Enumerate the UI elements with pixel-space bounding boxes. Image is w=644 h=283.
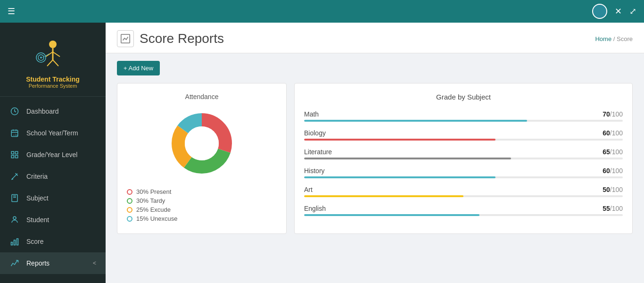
- legend-label-unexcuse: 15% Unexcuse: [136, 215, 177, 222]
- breadcrumb-home[interactable]: Home: [595, 35, 611, 42]
- sidebar-item-school-year[interactable]: +1y School Year/Term: [0, 122, 106, 144]
- grid-icon: [9, 150, 20, 160]
- reports-icon: [9, 258, 20, 268]
- sidebar-arrow-reports: <: [93, 260, 96, 266]
- subject-score: 55/100: [603, 205, 623, 212]
- progress-bar-bg: [304, 176, 623, 178]
- svg-rect-29: [17, 239, 18, 245]
- subject-name: History: [304, 167, 325, 175]
- sidebar-item-criteria[interactable]: Criteria: [0, 166, 106, 187]
- breadcrumb-current: Score: [617, 35, 633, 42]
- clock-icon: [9, 106, 20, 117]
- grade-table-title: Grade by Subject: [304, 93, 623, 101]
- navbar: ☰ ✕ ⤢: [0, 0, 644, 23]
- navbar-left: ☰: [8, 6, 15, 17]
- close-icon[interactable]: ✕: [615, 6, 622, 17]
- sidebar-item-reports[interactable]: Reports <: [0, 252, 106, 274]
- grade-rows-container: Math 70/100 Biology 60/100 Literature 65…: [304, 110, 623, 216]
- legend-dot-excude: [127, 207, 132, 213]
- subject-score: 60/100: [603, 129, 623, 137]
- legend-label-tardy: 30% Tardy: [136, 197, 165, 204]
- svg-text:+1y: +1y: [13, 133, 18, 136]
- legend-label-present: 30% Present: [136, 188, 171, 195]
- progress-bar-fill: [304, 120, 527, 122]
- subject-name: English: [304, 205, 326, 212]
- navbar-right: ✕ ⤢: [592, 4, 636, 19]
- content-area: Score Reports Home / Score + Add New Att…: [106, 23, 644, 283]
- sidebar-item-student[interactable]: Student: [0, 209, 106, 231]
- calendar-icon: +1y: [9, 128, 20, 138]
- page-header: Score Reports Home / Score: [106, 23, 644, 53]
- legend-dot-present: [127, 189, 132, 195]
- progress-bar-bg: [304, 158, 623, 159]
- hamburger-icon[interactable]: ☰: [8, 6, 15, 17]
- breadcrumb-sep: /: [613, 35, 617, 42]
- svg-rect-20: [16, 156, 18, 158]
- sidebar-label-grade-level: Grade/Year Level: [26, 151, 96, 158]
- sidebar-label-criteria: Criteria: [26, 173, 96, 180]
- sidebar-item-score[interactable]: Score: [0, 231, 106, 252]
- progress-bar-bg: [304, 195, 623, 197]
- svg-rect-19: [11, 156, 14, 158]
- add-new-button[interactable]: + Add New: [117, 61, 160, 75]
- progress-bar-fill: [304, 158, 511, 159]
- subject-name: Art: [304, 186, 313, 193]
- legend-excude: 25% Excude: [127, 206, 277, 213]
- main-container: Student Tracking Performance System Dash…: [0, 23, 644, 283]
- legend-present: 30% Present: [127, 188, 277, 195]
- page-icon: [117, 30, 134, 47]
- sidebar-item-subject[interactable]: Subject: [0, 187, 106, 209]
- sidebar-label-subject: Subject: [26, 194, 96, 202]
- attendance-card: Attendance: [117, 83, 287, 234]
- page-title-area: Score Reports: [117, 30, 224, 47]
- legend-unexcuse: 15% Unexcuse: [127, 215, 277, 222]
- progress-bar-fill: [304, 139, 495, 141]
- grade-row: History 60/100: [304, 167, 623, 178]
- sidebar-label-dashboard: Dashboard: [26, 108, 96, 115]
- progress-bar-bg: [304, 214, 623, 216]
- subject-score: 60/100: [603, 167, 623, 175]
- sidebar: Student Tracking Performance System Dash…: [0, 23, 106, 283]
- logo-image: [34, 34, 72, 72]
- sidebar-label-score: Score: [26, 238, 96, 245]
- legend-dot-tardy: [127, 198, 132, 204]
- grade-row: Biology 60/100: [304, 129, 623, 141]
- cards-container: Attendance: [106, 83, 644, 245]
- sidebar-label-school-year: School Year/Term: [26, 129, 96, 137]
- subject-score: 70/100: [603, 110, 623, 118]
- expand-icon[interactable]: ⤢: [629, 6, 636, 17]
- attendance-title: Attendance: [127, 93, 277, 100]
- progress-bar-fill: [304, 176, 495, 178]
- sidebar-menu: Dashboard +1y School Year/Term: [0, 97, 106, 283]
- legend-dot-unexcuse: [127, 216, 132, 222]
- svg-rect-17: [11, 151, 14, 154]
- legend-tardy: 30% Tardy: [127, 197, 277, 204]
- attendance-legend: 30% Present 30% Tardy 25% Excude 15% Une…: [127, 188, 277, 222]
- subject-score: 65/100: [603, 148, 623, 156]
- grade-card: Grade by Subject Math 70/100 Biology 60/…: [294, 83, 633, 234]
- svg-point-1: [49, 41, 57, 48]
- grade-row: Math 70/100: [304, 110, 623, 122]
- progress-bar-bg: [304, 120, 623, 122]
- bar-chart-icon: [9, 236, 20, 247]
- avatar: [592, 4, 607, 19]
- sidebar-item-grade-level[interactable]: Grade/Year Level: [0, 144, 106, 166]
- svg-rect-18: [16, 151, 18, 154]
- sidebar-item-dashboard[interactable]: Dashboard: [0, 100, 106, 122]
- donut-chart: [127, 108, 277, 179]
- progress-bar-fill: [304, 195, 463, 197]
- sidebar-label-reports: Reports: [26, 259, 86, 267]
- subject-name: Biology: [304, 129, 326, 137]
- svg-point-37: [185, 126, 219, 160]
- grade-row: Art 50/100: [304, 186, 623, 197]
- page-title: Score Reports: [140, 31, 224, 46]
- progress-bar-bg: [304, 139, 623, 141]
- svg-point-26: [13, 216, 16, 219]
- breadcrumb: Home / Score: [595, 35, 633, 42]
- sidebar-logo: Student Tracking Performance System: [0, 23, 106, 97]
- book-icon: [9, 193, 20, 203]
- subject-name: Literature: [304, 148, 332, 156]
- logo-text-top: Student Tracking: [8, 75, 98, 83]
- svg-rect-28: [14, 240, 16, 245]
- grade-row: Literature 65/100: [304, 148, 623, 159]
